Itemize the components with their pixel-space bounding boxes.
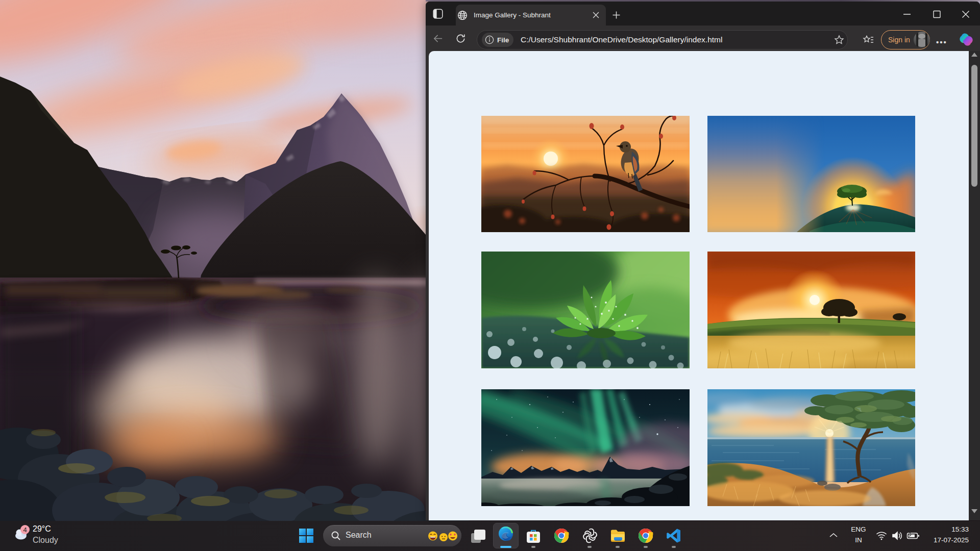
svg-text:4: 4 bbox=[23, 526, 27, 534]
